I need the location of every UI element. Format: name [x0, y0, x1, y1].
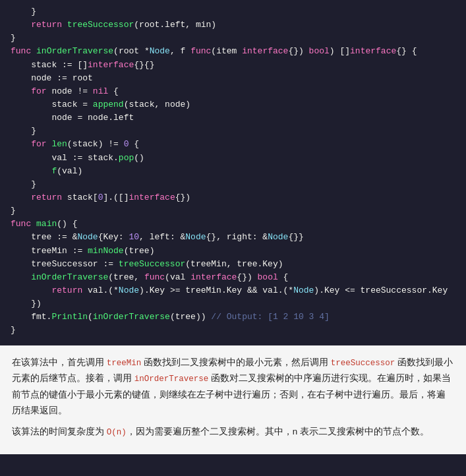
code-line: }	[11, 125, 455, 138]
code-line: }	[11, 32, 455, 45]
code-line: }	[11, 5, 455, 18]
code-line: fmt.Println(inOrderTraverse(tree)) // Ou…	[11, 311, 455, 324]
code-line: val := stack.pop()	[11, 152, 455, 165]
code-line: return stack[0].([]interface{})	[11, 191, 455, 204]
code-line: for len(stack) != 0 {	[11, 138, 455, 151]
code-line: }	[11, 324, 455, 337]
code-line: node = node.left	[11, 111, 455, 125]
code-line: node := root	[11, 72, 455, 85]
code-line: })	[11, 297, 455, 311]
prose-block: 在该算法中，首先调用 treeMin 函数找到二叉搜索树中的最小元素，然后调用 …	[0, 345, 466, 455]
code-line: treeMin := minNode(tree)	[11, 245, 455, 258]
code-line: tree := &Node{Key: 10, left: &Node{}, ri…	[11, 231, 455, 244]
code-line: func main() {	[11, 218, 455, 231]
prose-paragraph: 该算法的时间复杂度为 O(n)，因为需要遍历整个二叉搜索树。其中，n 表示二叉搜…	[12, 424, 454, 440]
code-line: for node != nil {	[11, 85, 455, 98]
code-block: } return treeSuccessor(root.left, min)}f…	[0, 0, 466, 345]
code-line: f(val)	[11, 165, 455, 178]
code-line: treeSuccessor := treeSuccessor(treeMin, …	[11, 258, 455, 271]
code-line: }	[11, 204, 455, 218]
code-line: stack = append(stack, node)	[11, 98, 455, 111]
code-line: return val.(*Node).Key >= treeMin.Key &&…	[11, 284, 455, 297]
code-line: return treeSuccessor(root.left, min)	[11, 18, 455, 32]
code-line: }	[11, 178, 455, 191]
code-line: func inOrderTraverse(root *Node, f func(…	[11, 45, 455, 58]
prose-paragraph: 在该算法中，首先调用 treeMin 函数找到二叉搜索树中的最小元素，然后调用 …	[12, 355, 454, 419]
code-line: stack := []interface{}{}	[11, 59, 455, 72]
code-line: inOrderTraverse(tree, func(val interface…	[11, 271, 455, 284]
